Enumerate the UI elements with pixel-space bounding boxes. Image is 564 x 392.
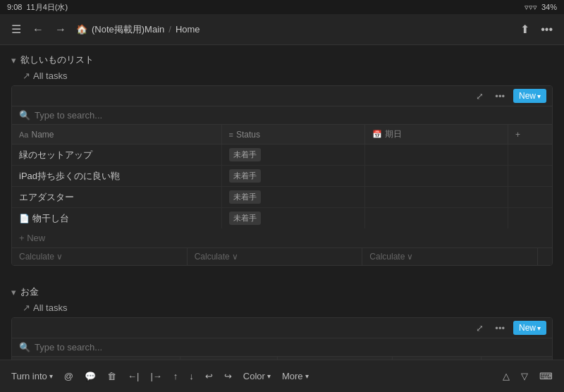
new-row-label-hoshii: + New bbox=[19, 233, 45, 243]
table-toolbar-okane: ⤢ ••• New ▾ bbox=[12, 318, 552, 338]
section-header-hoshii: ▾ 欲しいものリスト bbox=[11, 51, 553, 69]
th-date-hoshii: 📅期日 bbox=[364, 125, 508, 145]
turn-into-button[interactable]: Turn into ▾ bbox=[7, 368, 57, 384]
comment-button[interactable]: 💬 bbox=[80, 368, 100, 384]
section-hoshii: ▾ 欲しいものリスト ↗ All tasks ⤢ ••• 未着手 New ▾ 🔍 bbox=[0, 45, 564, 266]
more-chevron: ▾ bbox=[305, 372, 309, 380]
table-toolbar-hoshii: ⤢ ••• 未着手 New ▾ bbox=[12, 86, 552, 106]
search-icon-hoshii: 🔍 bbox=[19, 110, 30, 121]
breadcrumb-part2[interactable]: Home bbox=[176, 24, 200, 35]
nav-bar: ☰ ← → 🏠 (Note掲載用)Main / Home ⬆ ••• bbox=[0, 14, 564, 45]
table-row: 緑のセットアップ 未着手 bbox=[12, 145, 552, 166]
all-tasks-arrow-icon: ↗ bbox=[23, 71, 30, 81]
status-bar: 9:08 11月4日(水) ▿▿▿ 34% bbox=[0, 0, 564, 14]
expand-icon-hoshii[interactable]: ⤢ bbox=[473, 90, 486, 103]
more-button[interactable]: More ▾ bbox=[278, 368, 313, 384]
turn-into-label: Turn into bbox=[11, 371, 47, 381]
move-up-button[interactable]: ↑ bbox=[169, 368, 183, 384]
cell-name[interactable]: 📄物干し台 bbox=[12, 208, 221, 229]
search-bar-hoshii: 🔍 bbox=[12, 106, 552, 125]
cell-status: 未着手 bbox=[221, 166, 364, 187]
date: 11月4日(水) bbox=[26, 2, 68, 13]
cell-extra bbox=[508, 166, 552, 187]
breadcrumb-part1[interactable]: (Note掲載用)Main bbox=[92, 23, 164, 36]
table-row: iPad持ち歩くのに良い鞄 未着手 bbox=[12, 166, 552, 187]
section-title-okane: お金 bbox=[20, 286, 39, 298]
expand-icon-okane[interactable]: ⤢ bbox=[473, 321, 486, 335]
section-okane: ▾ お金 ↗ All tasks ⤢ ••• New ▾ 🔍 bbox=[0, 277, 564, 360]
calculate-date[interactable]: Calculate ∨ bbox=[362, 248, 538, 265]
time: 9:08 bbox=[7, 3, 22, 11]
table-hoshii: AaName ≡Status 📅期日 + 緑のセットアップ 未着手 iPad持 bbox=[12, 125, 552, 228]
search-bar-okane: 🔍 bbox=[12, 338, 552, 357]
menu-button[interactable]: ☰ bbox=[8, 20, 24, 39]
cell-date bbox=[364, 187, 508, 208]
th-status-hoshii: ≡Status bbox=[221, 125, 364, 145]
nav-down-button[interactable]: ▽ bbox=[517, 368, 532, 384]
forward-button[interactable]: → bbox=[52, 20, 69, 39]
file-icon: 📄 bbox=[19, 214, 30, 223]
redo-button[interactable]: ↪ bbox=[220, 368, 236, 384]
section-title-hoshii: 欲しいものリスト bbox=[20, 54, 94, 66]
breadcrumb-home-icon: 🏠 bbox=[76, 24, 87, 35]
cell-extra bbox=[508, 145, 552, 166]
cell-extra bbox=[508, 187, 552, 208]
all-tasks-label-okane: All tasks bbox=[33, 302, 67, 313]
more-nav-button[interactable]: ••• bbox=[538, 20, 556, 39]
th-name-hoshii: AaName bbox=[12, 125, 221, 145]
battery: 34% bbox=[541, 3, 557, 11]
ellipsis-btn-hoshii[interactable]: ••• bbox=[492, 90, 508, 103]
outdent-button[interactable]: ←| bbox=[123, 368, 143, 384]
table-row: エアダスター 未着手 bbox=[12, 187, 552, 208]
calculate-plus bbox=[538, 248, 552, 265]
new-button-hoshii[interactable]: 未着手 New ▾ bbox=[513, 89, 546, 103]
cell-name[interactable]: エアダスター bbox=[12, 187, 221, 208]
color-label: Color bbox=[243, 371, 265, 381]
new-btn-chevron-hoshii: ▾ bbox=[537, 92, 541, 100]
keyboard-button[interactable]: ⌨ bbox=[535, 368, 557, 384]
cell-date bbox=[364, 208, 508, 229]
cell-name[interactable]: 緑のセットアップ bbox=[12, 145, 221, 166]
table-container-hoshii: ⤢ ••• 未着手 New ▾ 🔍 AaName ≡Status 📅期日 bbox=[11, 85, 553, 266]
section-header-okane: ▾ お金 bbox=[11, 283, 553, 301]
table-container-okane: ⤢ ••• New ▾ 🔍 AaName ≡QuickMemo ≡Status bbox=[11, 317, 553, 360]
undo-button[interactable]: ↩ bbox=[201, 368, 217, 384]
search-input-okane[interactable] bbox=[35, 342, 545, 353]
all-tasks-link-hoshii[interactable]: ↗ All tasks bbox=[11, 69, 553, 85]
main-content: ▾ 欲しいものリスト ↗ All tasks ⤢ ••• 未着手 New ▾ 🔍 bbox=[0, 45, 564, 360]
delete-button[interactable]: 🗑 bbox=[103, 368, 121, 384]
table-row: 📄物干し台 未着手 bbox=[12, 208, 552, 229]
bottom-toolbar: Turn into ▾ @ 💬 🗑 ←| |→ ↑ ↓ ↩ ↪ Color ▾ … bbox=[0, 360, 564, 392]
all-tasks-arrow-icon-okane: ↗ bbox=[23, 302, 30, 313]
all-tasks-link-okane[interactable]: ↗ All tasks bbox=[11, 301, 553, 317]
share-button[interactable]: ⬆ bbox=[517, 20, 532, 39]
color-chevron: ▾ bbox=[267, 372, 271, 380]
all-tasks-label-hoshii: All tasks bbox=[33, 71, 67, 81]
move-down-button[interactable]: ↓ bbox=[185, 368, 198, 384]
at-button[interactable]: @ bbox=[60, 368, 78, 384]
nav-up-button[interactable]: △ bbox=[498, 368, 514, 384]
cell-status: 未着手 bbox=[221, 187, 364, 208]
back-button[interactable]: ← bbox=[30, 20, 47, 39]
breadcrumb-separator: / bbox=[168, 24, 171, 35]
new-button-okane[interactable]: New ▾ bbox=[513, 321, 546, 335]
cell-extra bbox=[508, 208, 552, 229]
new-btn-chevron-okane: ▾ bbox=[537, 324, 541, 332]
search-input-hoshii[interactable] bbox=[35, 110, 545, 121]
calculate-status[interactable]: Calculate ∨ bbox=[188, 248, 363, 265]
calculate-name[interactable]: Calculate ∨ bbox=[12, 248, 188, 265]
calculate-row-hoshii: Calculate ∨ Calculate ∨ Calculate ∨ bbox=[12, 247, 552, 265]
turn-into-chevron: ▾ bbox=[49, 372, 53, 380]
color-button[interactable]: Color ▾ bbox=[239, 368, 275, 384]
wifi-icon: ▿▿▿ bbox=[525, 3, 537, 12]
cell-date bbox=[364, 166, 508, 187]
breadcrumb: 🏠 (Note掲載用)Main / Home bbox=[76, 23, 200, 36]
cell-status: 未着手 bbox=[221, 208, 364, 229]
section-collapse-icon[interactable]: ▾ bbox=[11, 55, 16, 66]
indent-button[interactable]: |→ bbox=[146, 368, 166, 384]
ellipsis-btn-okane[interactable]: ••• bbox=[492, 321, 508, 335]
new-row-button-hoshii[interactable]: + New bbox=[12, 228, 552, 247]
cell-name[interactable]: iPad持ち歩くのに良い鞄 bbox=[12, 166, 221, 187]
section-collapse-icon-okane[interactable]: ▾ bbox=[11, 287, 16, 298]
th-plus-hoshii[interactable]: + bbox=[508, 125, 552, 145]
